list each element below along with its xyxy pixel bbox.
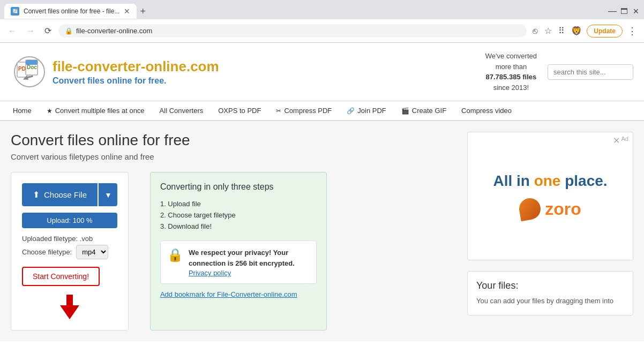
nav-item-all-converters[interactable]: All Converters [152, 101, 211, 121]
choose-file-button[interactable]: ⬆ Choose File [22, 183, 98, 206]
choose-file-dropdown-button[interactable]: ▼ [99, 183, 117, 206]
arrow-shaft [66, 295, 73, 305]
navigation-bar: Home ★ Convert multiple files at once Al… [0, 101, 644, 121]
lock-large-icon: 🔒 [167, 247, 183, 262]
star-icon: ★ [47, 107, 53, 115]
zoro-logo: zoro [519, 198, 581, 220]
nav-label-all-converters: All Converters [160, 107, 204, 115]
upload-icon: ⬆ [33, 190, 40, 200]
arrow-indicator [22, 295, 117, 319]
choose-filetype-row: Choose filetype: mp4 [22, 245, 117, 259]
url-text: file-converter-online.com [76, 27, 520, 35]
url-bar[interactable]: 🔒 file-converter-online.com [58, 24, 527, 37]
maximize-button[interactable]: 🗖 [620, 7, 628, 15]
new-tab-button[interactable]: + [140, 6, 146, 17]
browser-tab[interactable]: 🔄 Convert files online for free - file..… [4, 4, 137, 19]
nav-item-compress-video[interactable]: Compress video [454, 101, 519, 121]
logo-area: PDF Doc file-converter-online.com Conver… [11, 56, 219, 88]
bookmark-link-text: Add bookmark for File-Converter-online.c… [160, 290, 297, 298]
profile-icon[interactable]: 🦁 [570, 24, 583, 37]
search-input[interactable] [548, 64, 633, 80]
nav-item-oxps-to-pdf[interactable]: OXPS to PDF [211, 101, 268, 121]
tab-close-button[interactable]: ✕ [124, 7, 130, 16]
browser-menu-button[interactable]: ⋮ [626, 24, 639, 39]
start-converting-label: Start Converting! [33, 272, 89, 281]
upload-progress-text: Upload: 100 % [47, 216, 92, 224]
share-icon[interactable]: ⎋ [531, 25, 540, 37]
stats-line2: more than [496, 63, 527, 71]
nav-label-home: Home [13, 107, 32, 115]
nav-label-convert-multiple: Convert multiple files at once [55, 107, 145, 115]
nav-item-compress-pdf[interactable]: ✂ Compress PDF [268, 101, 339, 121]
zoro-logo-icon [518, 197, 542, 221]
reload-button[interactable]: ⟳ [42, 25, 54, 37]
tab-favicon: 🔄 [11, 7, 19, 16]
nav-label-oxps-to-pdf: OXPS to PDF [218, 107, 261, 115]
tab-title: Convert files online for free - file... [24, 7, 119, 15]
ad-close-button[interactable]: ✕ [613, 136, 620, 146]
bookmark-link[interactable]: Add bookmark for File-Converter-online.c… [160, 290, 317, 298]
privacy-policy-link[interactable]: Privacy policy [189, 269, 231, 277]
stats-number: 87.785.385 files [486, 73, 537, 81]
step-3: 3. Download file! [160, 221, 317, 232]
logo-text: file-converter-online.com [53, 58, 219, 75]
ad-headline: All in one place. [493, 172, 607, 190]
stats-line1: We've converted [485, 52, 537, 60]
converter-box: ⬆ Choose File ▼ Upload: 100 % Uploaded f… [11, 172, 129, 331]
svg-text:Doc: Doc [27, 64, 37, 70]
lock-icon: 🔒 [65, 27, 73, 35]
choose-filetype-label: Choose filetype: [22, 248, 72, 256]
logo-icon: PDF Doc [11, 56, 48, 88]
filetype-select[interactable]: mp4 [76, 245, 108, 259]
steps-box: Converting in only three steps 1. Upload… [150, 172, 327, 331]
site-header: PDF Doc file-converter-online.com Conver… [0, 43, 644, 101]
bookmark-icon[interactable]: ☆ [543, 24, 553, 37]
stats-line3: since 2013! [493, 84, 529, 92]
arrow-head [60, 305, 79, 319]
privacy-link-text: Privacy policy [189, 269, 231, 277]
nav-item-home[interactable]: Home [5, 101, 39, 121]
privacy-box: 🔒 We respect your privacy! Your connecti… [160, 241, 317, 284]
start-converting-button[interactable]: Start Converting! [22, 267, 100, 286]
upload-progress-bar: Upload: 100 % [22, 213, 117, 228]
uploaded-filetype-info: Uploaded filetype: .vob [22, 235, 117, 243]
step-1: 1. Upload file [160, 198, 317, 209]
page-title: Convert files online for free [11, 132, 456, 149]
camera-icon: 🎬 [401, 107, 409, 115]
nav-label-create-gif: Create GIF [412, 107, 446, 115]
ad-label: Ad [621, 136, 628, 142]
content-left: Convert files online for free Convert va… [11, 132, 456, 331]
choose-file-label: Choose File [44, 190, 87, 199]
ad-headline-text: All in [493, 172, 529, 189]
address-bar: ← → ⟳ 🔒 file-converter-online.com ⎋ ☆ ⠿ … [0, 19, 644, 43]
your-files-description: You can add your files by dragging them … [476, 296, 624, 306]
nav-item-create-gif[interactable]: 🎬 Create GIF [394, 101, 454, 121]
logo-sub: Convert files online for free. [53, 76, 219, 86]
address-actions: ⎋ ☆ ⠿ 🦁 Update ⋮ [531, 24, 639, 39]
nav-label-compress-pdf: Compress PDF [284, 107, 332, 115]
dropdown-arrow-icon: ▼ [104, 191, 112, 199]
ad-headline2-text: place. [565, 172, 607, 189]
close-button[interactable]: ✕ [632, 7, 640, 15]
main-content: Convert files online for free Convert va… [0, 121, 644, 341]
nav-label-join-pdf: Join PDF [357, 107, 386, 115]
nav-label-compress-video: Compress video [461, 107, 512, 115]
ad-accent-text: one [534, 172, 561, 189]
choose-file-group: ⬆ Choose File ▼ [22, 183, 117, 206]
back-button[interactable]: ← [5, 25, 19, 37]
forward-button[interactable]: → [24, 25, 38, 37]
privacy-text: We respect your privacy! Your connection… [189, 247, 310, 268]
header-stats: We've converted more than 87.785.385 fil… [485, 51, 537, 93]
your-files-title: Your files: [476, 280, 624, 291]
nav-item-join-pdf[interactable]: 🔗 Join PDF [339, 101, 393, 121]
scissors-icon: ✂ [276, 107, 281, 115]
minimize-button[interactable]: — [609, 7, 616, 15]
update-button[interactable]: Update [587, 25, 623, 37]
window-controls: — 🗖 ✕ [609, 7, 640, 15]
extensions-icon[interactable]: ⠿ [557, 24, 566, 37]
zoro-brand-text: zoro [545, 199, 581, 219]
steps-title: Converting in only three steps [160, 182, 317, 192]
your-files-section: Your files: You can add your files by dr… [467, 271, 633, 316]
nav-item-convert-multiple[interactable]: ★ Convert multiple files at once [39, 101, 152, 121]
content-right: ✕ Ad All in one place. zoro Your files: … [467, 132, 633, 331]
